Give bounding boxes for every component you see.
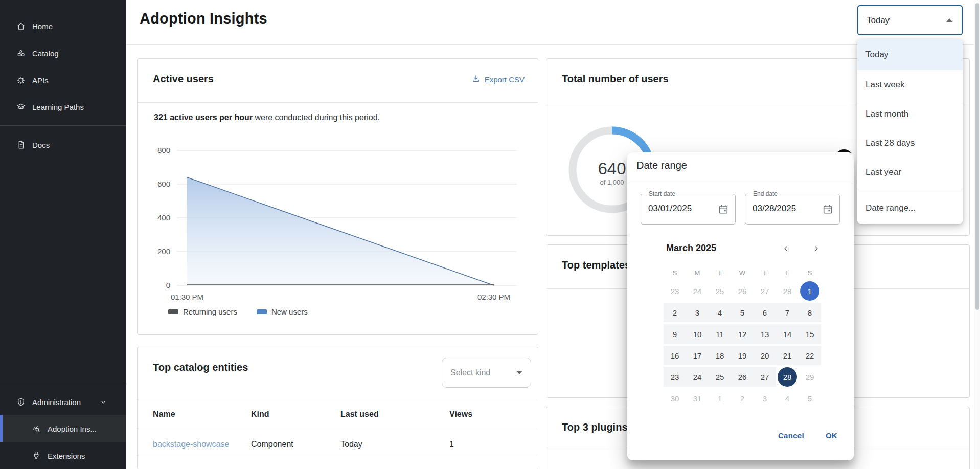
calendar-day[interactable]: 23 bbox=[664, 367, 686, 387]
summary-rest: were conducted during this period. bbox=[253, 113, 380, 122]
entity-link[interactable]: backstage-showcase bbox=[153, 440, 229, 449]
calendar-day[interactable]: 8 bbox=[799, 303, 821, 322]
weekday-label: M bbox=[686, 269, 709, 277]
chevron-up-icon bbox=[946, 18, 952, 22]
calendar-day[interactable]: 26 bbox=[731, 281, 754, 301]
calendar-week-row: 2345678 bbox=[664, 302, 821, 323]
sidebar-item-catalog[interactable]: Catalog bbox=[0, 46, 126, 60]
calendar-day-range-start[interactable]: 1 bbox=[799, 281, 821, 301]
menu-item-today[interactable]: Today bbox=[857, 39, 963, 70]
calendar-day[interactable]: 11 bbox=[709, 324, 731, 344]
calendar-weekday-row: SMTWTFS bbox=[664, 269, 821, 277]
menu-item-last-week[interactable]: Last week bbox=[857, 70, 963, 99]
previous-month-button[interactable] bbox=[780, 242, 792, 255]
calendar-day[interactable]: 21 bbox=[776, 346, 799, 365]
date-range-dialog: Date range Start date 03/01/2025 End dat… bbox=[627, 152, 854, 460]
menu-item-last-year[interactable]: Last year bbox=[857, 158, 963, 187]
calendar-day[interactable]: 29 bbox=[799, 367, 821, 387]
calendar-day[interactable]: 6 bbox=[754, 303, 776, 322]
calendar-day[interactable]: 2 bbox=[664, 303, 686, 322]
sidebar-item-learning-paths[interactable]: Learning Paths bbox=[0, 100, 126, 114]
legend-label: New users bbox=[271, 307, 308, 316]
start-date-field[interactable]: Start date 03/01/2025 bbox=[641, 194, 736, 225]
calendar-day[interactable]: 31 bbox=[686, 389, 709, 408]
calendar-day[interactable]: 15 bbox=[799, 324, 821, 344]
sidebar-item-administration[interactable]: Administration bbox=[0, 395, 126, 409]
calendar-day[interactable]: 17 bbox=[686, 346, 709, 365]
svg-text:600: 600 bbox=[157, 180, 170, 188]
scrollbar[interactable] bbox=[974, 0, 980, 469]
scrollbar-thumb[interactable] bbox=[975, 3, 979, 310]
calendar-day[interactable]: 9 bbox=[664, 324, 686, 344]
calendar-day[interactable]: 30 bbox=[664, 389, 686, 408]
calendar-day[interactable]: 26 bbox=[731, 367, 754, 387]
calendar-day[interactable]: 5 bbox=[731, 303, 754, 322]
cancel-button[interactable]: Cancel bbox=[778, 431, 804, 440]
calendar-day[interactable]: 13 bbox=[754, 324, 776, 344]
sidebar-item-apis[interactable]: APIs bbox=[0, 73, 126, 87]
calendar-day[interactable]: 10 bbox=[686, 324, 709, 344]
calendar-day[interactable]: 16 bbox=[664, 346, 686, 365]
calendar-day-range-end[interactable]: 28 bbox=[776, 367, 799, 387]
calendar-day[interactable]: 28 bbox=[776, 281, 799, 301]
calendar-day[interactable]: 4 bbox=[709, 303, 731, 322]
calendar-day[interactable]: 5 bbox=[799, 389, 821, 408]
calendar-week-row: 9101112131415 bbox=[664, 323, 821, 345]
menu-item-last-month[interactable]: Last month bbox=[857, 99, 963, 128]
weekday-label: T bbox=[754, 269, 776, 277]
calendar-day[interactable]: 3 bbox=[686, 303, 709, 322]
weekday-label: W bbox=[731, 269, 754, 277]
next-month-button[interactable] bbox=[810, 242, 822, 255]
calendar-day[interactable]: 4 bbox=[776, 389, 799, 408]
chart-legend: Returning users New users bbox=[168, 307, 308, 316]
calendar-week-row: 2324252627281 bbox=[664, 280, 821, 302]
calendar-day[interactable]: 25 bbox=[709, 367, 731, 387]
calendar-day[interactable]: 18 bbox=[709, 346, 731, 365]
calendar-day[interactable]: 3 bbox=[754, 389, 776, 408]
calendar-day[interactable]: 24 bbox=[686, 367, 709, 387]
sidebar-item-adoption-ins[interactable]: Adoption Ins... bbox=[0, 421, 126, 436]
calendar-day[interactable]: 23 bbox=[664, 281, 686, 301]
period-menu: TodayLast weekLast monthLast 28 daysLast… bbox=[857, 39, 963, 224]
calendar-icon[interactable] bbox=[822, 204, 833, 215]
sidebar: Home Catalog APIs Learning Paths Docs Ad… bbox=[0, 0, 126, 469]
calendar-day[interactable]: 27 bbox=[754, 367, 776, 387]
calendar-day[interactable]: 12 bbox=[731, 324, 754, 344]
calendar-day[interactable]: 27 bbox=[754, 281, 776, 301]
legend-item-returning-users: Returning users bbox=[168, 307, 237, 316]
top-catalog-entities-title: Top catalog entities bbox=[153, 362, 248, 373]
calendar-week-row: 303112345 bbox=[664, 388, 821, 409]
svg-text:800: 800 bbox=[157, 146, 170, 154]
calendar-day[interactable]: 24 bbox=[686, 281, 709, 301]
sidebar-item-label: Administration bbox=[32, 398, 81, 407]
calendar-icon[interactable] bbox=[718, 204, 729, 215]
period-select-value: Today bbox=[867, 15, 890, 26]
calendar-day[interactable]: 7 bbox=[776, 303, 799, 322]
calendar-day[interactable]: 2 bbox=[731, 389, 754, 408]
calendar-day[interactable]: 22 bbox=[799, 346, 821, 365]
home-icon bbox=[16, 21, 26, 31]
calendar-day[interactable]: 20 bbox=[754, 346, 776, 365]
export-csv-button[interactable]: Export CSV bbox=[471, 74, 525, 85]
dialog-title: Date range bbox=[636, 160, 687, 171]
learning-paths-icon bbox=[16, 102, 26, 111]
top-templates-title: Top templates bbox=[562, 259, 630, 271]
calendar-day[interactable]: 1 bbox=[709, 389, 731, 408]
end-date-field[interactable]: End date 03/28/2025 bbox=[745, 194, 840, 225]
calendar-day[interactable]: 14 bbox=[776, 324, 799, 344]
sidebar-item-extensions[interactable]: Extensions bbox=[0, 449, 126, 463]
sidebar-item-home[interactable]: Home bbox=[0, 19, 126, 33]
menu-item-date-range[interactable]: Date range... bbox=[857, 193, 963, 222]
sidebar-item-docs[interactable]: Docs bbox=[0, 138, 126, 152]
menu-item-last-28-days[interactable]: Last 28 days bbox=[857, 128, 963, 158]
svg-text:02:30 PM: 02:30 PM bbox=[477, 293, 510, 301]
export-csv-label: Export CSV bbox=[485, 75, 525, 84]
ok-button[interactable]: OK bbox=[826, 431, 837, 440]
calendar-day[interactable]: 25 bbox=[709, 281, 731, 301]
page-title: Adoption Insights bbox=[140, 10, 267, 27]
period-select[interactable]: Today bbox=[857, 5, 963, 35]
active-users-title: Active users bbox=[153, 73, 214, 85]
calendar-day[interactable]: 19 bbox=[731, 346, 754, 365]
select-kind-dropdown[interactable]: Select kind bbox=[442, 358, 531, 388]
table-row-divider bbox=[138, 427, 538, 427]
